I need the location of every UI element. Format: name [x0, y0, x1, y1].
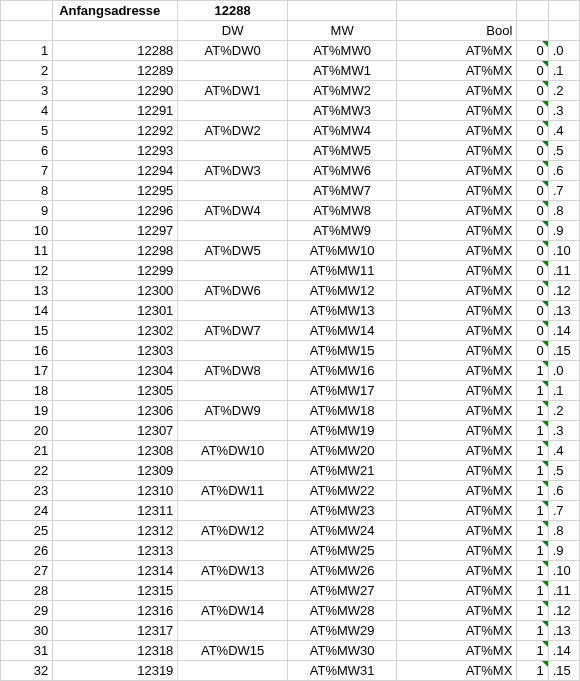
cell-bool[interactable]: AT%MX: [397, 381, 517, 401]
cell-b1[interactable]: 1: [517, 581, 548, 601]
cell-b2[interactable]: .2: [548, 81, 579, 101]
spreadsheet-table[interactable]: Anfangsadresse 12288 DW MW Bool 112288AT…: [0, 0, 580, 681]
cell-mw[interactable]: AT%MW10: [287, 241, 397, 261]
cell-i[interactable]: 13: [1, 281, 53, 301]
cell-mw[interactable]: AT%MW12: [287, 281, 397, 301]
cell-b2[interactable]: .2: [548, 401, 579, 421]
cell-i[interactable]: 16: [1, 341, 53, 361]
cell-b1[interactable]: 1: [517, 541, 548, 561]
cell-dw[interactable]: AT%DW2: [178, 121, 288, 141]
cell-mw[interactable]: AT%MW2: [287, 81, 397, 101]
cell-mw[interactable]: AT%MW19: [287, 421, 397, 441]
cell-mw[interactable]: AT%MW22: [287, 481, 397, 501]
cell-i[interactable]: 15: [1, 321, 53, 341]
cell-bool[interactable]: AT%MX: [397, 241, 517, 261]
cell-b2[interactable]: .4: [548, 441, 579, 461]
cell-bool[interactable]: AT%MX: [397, 401, 517, 421]
cell-b1[interactable]: 1: [517, 461, 548, 481]
cell-dw[interactable]: AT%DW4: [178, 201, 288, 221]
cell-b1[interactable]: 0: [517, 101, 548, 121]
cell-mw[interactable]: AT%MW8: [287, 201, 397, 221]
cell-bool[interactable]: AT%MX: [397, 41, 517, 61]
cell-mw[interactable]: AT%MW0: [287, 41, 397, 61]
cell-mw[interactable]: AT%MW9: [287, 221, 397, 241]
cell-b1[interactable]: 1: [517, 401, 548, 421]
cell-mw[interactable]: AT%MW17: [287, 381, 397, 401]
cell-i[interactable]: 32: [1, 661, 53, 681]
cell-b2[interactable]: .8: [548, 521, 579, 541]
cell-bool[interactable]: AT%MX: [397, 521, 517, 541]
cell-mw[interactable]: AT%MW3: [287, 101, 397, 121]
cell-dw[interactable]: [178, 101, 288, 121]
cell-blank[interactable]: [1, 21, 53, 41]
cell-b2[interactable]: .1: [548, 381, 579, 401]
cell-dw[interactable]: [178, 301, 288, 321]
cell-dw[interactable]: AT%DW7: [178, 321, 288, 341]
cell-addr[interactable]: 12294: [53, 161, 178, 181]
cell-addr[interactable]: 12297: [53, 221, 178, 241]
cell-i[interactable]: 18: [1, 381, 53, 401]
cell-blank[interactable]: [548, 1, 579, 21]
cell-b1[interactable]: 0: [517, 241, 548, 261]
cell-bool[interactable]: AT%MX: [397, 481, 517, 501]
cell-dw[interactable]: AT%DW14: [178, 601, 288, 621]
cell-dw[interactable]: AT%DW0: [178, 41, 288, 61]
cell-i[interactable]: 9: [1, 201, 53, 221]
cell-b2[interactable]: .1: [548, 61, 579, 81]
cell-b2[interactable]: .12: [548, 601, 579, 621]
cell-blank[interactable]: [548, 21, 579, 41]
header-mw[interactable]: MW: [287, 21, 397, 41]
cell-blank[interactable]: [517, 1, 548, 21]
cell-dw[interactable]: AT%DW12: [178, 521, 288, 541]
cell-b2[interactable]: .0: [548, 361, 579, 381]
cell-mw[interactable]: AT%MW7: [287, 181, 397, 201]
cell-blank[interactable]: [397, 1, 517, 21]
cell-mw[interactable]: AT%MW27: [287, 581, 397, 601]
cell-b1[interactable]: 1: [517, 601, 548, 621]
cell-bool[interactable]: AT%MX: [397, 221, 517, 241]
cell-addr[interactable]: 12311: [53, 501, 178, 521]
cell-b2[interactable]: .15: [548, 661, 579, 681]
cell-addr[interactable]: 12292: [53, 121, 178, 141]
cell-dw[interactable]: [178, 261, 288, 281]
cell-i[interactable]: 5: [1, 121, 53, 141]
cell-i[interactable]: 3: [1, 81, 53, 101]
cell-bool[interactable]: AT%MX: [397, 81, 517, 101]
cell-mw[interactable]: AT%MW30: [287, 641, 397, 661]
cell-i[interactable]: 28: [1, 581, 53, 601]
cell-blank[interactable]: [517, 21, 548, 41]
cell-b2[interactable]: .4: [548, 121, 579, 141]
cell-mw[interactable]: AT%MW26: [287, 561, 397, 581]
cell-bool[interactable]: AT%MX: [397, 281, 517, 301]
cell-b2[interactable]: .14: [548, 321, 579, 341]
cell-i[interactable]: 17: [1, 361, 53, 381]
cell-addr[interactable]: 12296: [53, 201, 178, 221]
cell-dw[interactable]: AT%DW3: [178, 161, 288, 181]
cell-dw[interactable]: AT%DW8: [178, 361, 288, 381]
cell-dw[interactable]: AT%DW11: [178, 481, 288, 501]
cell-bool[interactable]: AT%MX: [397, 101, 517, 121]
cell-dw[interactable]: AT%DW6: [178, 281, 288, 301]
cell-dw[interactable]: [178, 181, 288, 201]
cell-mw[interactable]: AT%MW11: [287, 261, 397, 281]
cell-b1[interactable]: 0: [517, 61, 548, 81]
cell-b1[interactable]: 0: [517, 41, 548, 61]
cell-mw[interactable]: AT%MW6: [287, 161, 397, 181]
cell-addr[interactable]: 12315: [53, 581, 178, 601]
cell-b1[interactable]: 0: [517, 201, 548, 221]
cell-b2[interactable]: .5: [548, 461, 579, 481]
cell-dw[interactable]: AT%DW9: [178, 401, 288, 421]
cell-b2[interactable]: .5: [548, 141, 579, 161]
cell-b1[interactable]: 0: [517, 161, 548, 181]
cell-i[interactable]: 23: [1, 481, 53, 501]
cell-bool[interactable]: AT%MX: [397, 261, 517, 281]
cell-b1[interactable]: 1: [517, 521, 548, 541]
cell-b2[interactable]: .3: [548, 421, 579, 441]
cell-i[interactable]: 27: [1, 561, 53, 581]
cell-b1[interactable]: 1: [517, 561, 548, 581]
cell-b1[interactable]: 0: [517, 301, 548, 321]
cell-mw[interactable]: AT%MW16: [287, 361, 397, 381]
cell-i[interactable]: 10: [1, 221, 53, 241]
cell-mw[interactable]: AT%MW18: [287, 401, 397, 421]
cell-mw[interactable]: AT%MW23: [287, 501, 397, 521]
